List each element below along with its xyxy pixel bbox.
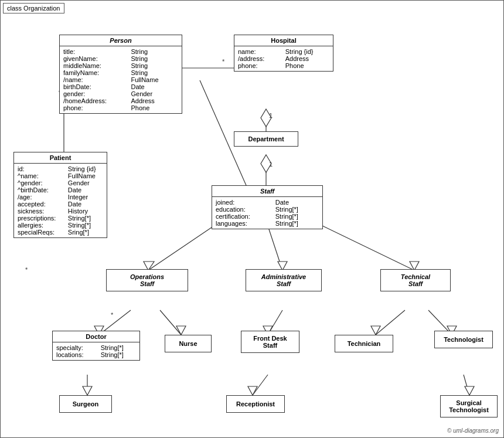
staff-title: Staff bbox=[212, 186, 322, 197]
patient-box: Patient id:String {id} ^name:FullName ^g… bbox=[13, 152, 107, 238]
receptionist-box: Receptionist bbox=[226, 395, 285, 413]
doctor-title: Doctor bbox=[53, 331, 139, 342]
surgical-tech-title: SurgicalTechnologist bbox=[441, 396, 497, 417]
svg-marker-33 bbox=[83, 386, 92, 395]
ops-staff-title: OperationsStaff bbox=[107, 270, 188, 291]
svg-marker-37 bbox=[465, 386, 474, 395]
nurse-box: Nurse bbox=[165, 335, 212, 352]
svg-text:*: * bbox=[111, 311, 114, 318]
department-box: Department bbox=[234, 131, 298, 147]
tech-staff-title: TechnicalStaff bbox=[381, 270, 450, 291]
technician-title: Technician bbox=[335, 335, 393, 352]
person-body: title:String givenName:String middleName… bbox=[60, 46, 182, 113]
uml-diagram: class Organization * * 1 * 1 * * bbox=[0, 0, 504, 438]
svg-line-24 bbox=[160, 310, 181, 335]
svg-line-34 bbox=[253, 375, 268, 395]
copyright: © uml-diagrams.org bbox=[447, 427, 499, 434]
svg-marker-25 bbox=[176, 326, 186, 335]
patient-body: id:String {id} ^name:FullName ^gender:Ge… bbox=[14, 164, 107, 237]
technologist-box: Technologist bbox=[434, 331, 493, 348]
front-desk-title: Front DeskStaff bbox=[241, 331, 299, 352]
diagram-label: class Organization bbox=[3, 3, 64, 13]
doctor-body: specialty:String[*] locations:String[*] bbox=[53, 342, 139, 360]
ops-staff-box: OperationsStaff bbox=[106, 269, 188, 291]
department-title: Department bbox=[234, 132, 298, 146]
svg-text:1: 1 bbox=[269, 112, 273, 119]
svg-text:*: * bbox=[25, 266, 28, 273]
doctor-box: Doctor specialty:String[*] locations:Str… bbox=[52, 331, 140, 361]
svg-text:*: * bbox=[222, 58, 225, 65]
svg-marker-29 bbox=[371, 326, 380, 335]
patient-title: Patient bbox=[14, 152, 107, 164]
svg-marker-8 bbox=[261, 155, 271, 172]
svg-line-36 bbox=[464, 375, 469, 395]
surgeon-title: Surgeon bbox=[60, 396, 111, 412]
person-box: Person title:String givenName:String mid… bbox=[59, 35, 182, 114]
svg-line-28 bbox=[376, 310, 405, 335]
staff-body: joined:Date education:String[*] certific… bbox=[212, 197, 322, 229]
technician-box: Technician bbox=[335, 335, 393, 352]
receptionist-title: Receptionist bbox=[227, 396, 284, 412]
person-title: Person bbox=[60, 35, 182, 46]
hospital-box: Hospital name:String {id} /address:Addre… bbox=[234, 35, 333, 72]
nurse-title: Nurse bbox=[165, 335, 211, 352]
svg-marker-35 bbox=[248, 386, 257, 395]
surgeon-box: Surgeon bbox=[59, 395, 112, 413]
tech-staff-box: TechnicalStaff bbox=[380, 269, 451, 291]
hospital-body: name:String {id} /address:Address phone:… bbox=[234, 46, 333, 71]
svg-text:1: 1 bbox=[269, 161, 273, 168]
front-desk-box: Front DeskStaff bbox=[241, 331, 299, 353]
hospital-title: Hospital bbox=[234, 35, 333, 46]
staff-box: Staff joined:Date education:String[*] ce… bbox=[212, 185, 323, 229]
surgical-tech-box: SurgicalTechnologist bbox=[440, 395, 498, 417]
technologist-title: Technologist bbox=[435, 331, 492, 348]
svg-marker-4 bbox=[261, 109, 271, 127]
admin-staff-title: AdministrativeStaff bbox=[246, 270, 321, 291]
admin-staff-box: AdministrativeStaff bbox=[246, 269, 322, 291]
